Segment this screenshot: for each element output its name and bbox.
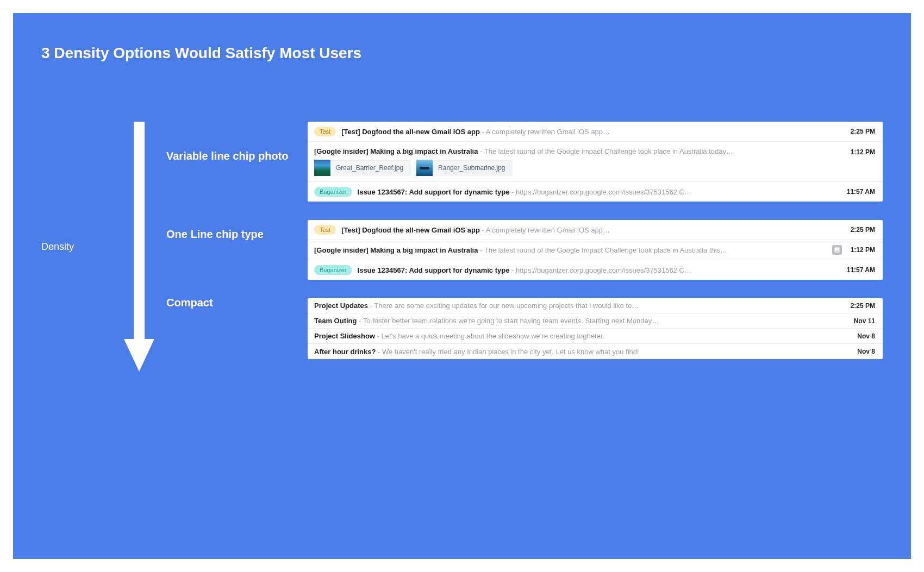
separator: -	[378, 348, 382, 356]
list-item[interactable]: Test [Test] Dogfood the all-new Gmail iO…	[308, 220, 883, 240]
chip-test: Test	[314, 127, 336, 136]
row-text: After hour drinks? - We haven't really t…	[314, 348, 848, 356]
content-area: Density Variable line chip photo One Lin…	[41, 122, 883, 372]
density-axis-label: Density	[41, 241, 74, 253]
list-item[interactable]: Project Updates - There are some excitin…	[308, 298, 883, 313]
chip-buganizer: Buganizer	[314, 187, 352, 197]
subject: Project Updates	[314, 301, 368, 310]
preview: https://buganizer.corp.google.com/issues…	[516, 188, 691, 196]
subject: Issue 1234567: Add support for dynamic t…	[358, 188, 510, 196]
list-oneline: Test [Test] Dogfood the all-new Gmail iO…	[308, 220, 883, 280]
separator: -	[377, 332, 382, 340]
chip-buganizer: Buganizer	[314, 265, 352, 275]
time: Nov 11	[854, 317, 875, 325]
density-arrow-column	[112, 122, 166, 372]
preview: A completely rewritten Gmail iOS app…	[486, 128, 610, 136]
subject: After hour drinks?	[314, 348, 376, 356]
arrow-down-icon	[124, 122, 154, 372]
slide-title: 3 Density Options Would Satisfy Most Use…	[41, 45, 883, 62]
subject: Issue 1234567: Add support for dynamic t…	[358, 266, 510, 274]
list-item[interactable]: After hour drinks? - We haven't really t…	[308, 344, 883, 359]
axis-label-column: Density	[41, 122, 112, 372]
time: 2:25 PM	[851, 302, 875, 310]
list-variable: Test [Test] Dogfood the all-new Gmail iO…	[308, 122, 883, 202]
subject: Team Outing	[314, 317, 357, 325]
list-item[interactable]: [Google insider] Making a big impact in …	[308, 240, 883, 260]
attachments: Great_Barrier_Reef.jpg Ranger_Submarine.…	[314, 160, 842, 176]
subject: Project Slideshow	[314, 332, 375, 340]
preview: We haven't really tried any Indian place…	[382, 348, 639, 356]
list-item[interactable]: Test [Test] Dogfood the all-new Gmail iO…	[308, 122, 883, 142]
preview: The latest round of the Google impact Ch…	[484, 147, 733, 155]
row-text: Project Slideshow - Let's have a quick m…	[314, 332, 848, 340]
slide: 3 Density Options Would Satisfy Most Use…	[13, 13, 911, 559]
separator: -	[359, 317, 363, 325]
label-compact: Compact	[166, 296, 297, 310]
attachment-thumb-icon	[314, 160, 330, 176]
preview: To foster better team relations we're go…	[363, 317, 659, 325]
separator: -	[480, 147, 484, 155]
preview: Let's have a quick meeting about the sli…	[382, 332, 604, 340]
separator: -	[511, 188, 516, 196]
list-item[interactable]: Team Outing - To foster better team rela…	[308, 313, 883, 329]
row-text: [Test] Dogfood the all-new Gmail iOS app…	[341, 226, 841, 234]
list-item[interactable]: Project Slideshow - Let's have a quick m…	[308, 329, 883, 344]
preview: A completely rewritten Gmail iOS app…	[486, 226, 610, 234]
subject: [Test] Dogfood the all-new Gmail iOS app	[341, 128, 480, 136]
row-text: Issue 1234567: Add support for dynamic t…	[358, 188, 838, 196]
time: 2:25 PM	[851, 128, 875, 135]
attachment-thumb-icon	[416, 160, 433, 176]
list-item[interactable]: Buganizer Issue 1234567: Add support for…	[308, 260, 883, 280]
time: 11:57 AM	[847, 266, 875, 274]
section-labels-column: Variable line chip photo One Line chip t…	[166, 122, 308, 372]
row-text: [Google insider] Making a big impact in …	[314, 147, 842, 155]
variable-body: [Google insider] Making a big impact in …	[314, 147, 842, 176]
attachment-name: Great_Barrier_Reef.jpg	[336, 164, 403, 172]
svg-rect-0	[134, 122, 145, 344]
subject: [Google insider] Making a big impact in …	[314, 246, 478, 254]
time: 1:12 PM	[851, 246, 875, 254]
image-attachment-icon	[832, 245, 842, 255]
row-text: Issue 1234567: Add support for dynamic t…	[358, 266, 838, 274]
preview: There are some exciting updates for our …	[374, 301, 639, 310]
label-oneline: One Line chip type	[166, 227, 297, 241]
time: 1:12 PM	[851, 148, 875, 156]
subject: [Google insider] Making a big impact in …	[314, 147, 478, 155]
time: Nov 8	[857, 348, 875, 355]
preview: The latest round of the Google Impact Ch…	[484, 246, 727, 254]
time: Nov 8	[857, 332, 875, 340]
row-text: Team Outing - To foster better team rela…	[314, 317, 845, 325]
attachment-name: Ranger_Submarine.jpg	[438, 164, 505, 172]
separator: -	[482, 226, 486, 234]
subject: [Test] Dogfood the all-new Gmail iOS app	[341, 226, 480, 234]
row-text: Project Updates - There are some excitin…	[314, 301, 842, 310]
list-compact: Project Updates - There are some excitin…	[308, 298, 883, 359]
lists-column: Test [Test] Dogfood the all-new Gmail iO…	[308, 122, 883, 372]
list-item[interactable]: Buganizer Issue 1234567: Add support for…	[308, 182, 883, 202]
label-variable: Variable line chip photo	[166, 149, 297, 163]
row-text: [Test] Dogfood the all-new Gmail iOS app…	[341, 128, 841, 136]
list-item[interactable]: [Google insider] Making a big impact in …	[308, 142, 883, 182]
svg-marker-1	[124, 339, 154, 372]
chip-test: Test	[314, 225, 336, 235]
separator: -	[482, 128, 486, 136]
row-text: [Google insider] Making a big impact in …	[314, 246, 827, 254]
preview: https://buganizer.corp.google.com/issues…	[516, 266, 691, 274]
separator: -	[480, 246, 484, 254]
attachment-chip[interactable]: Ranger_Submarine.jpg	[416, 160, 513, 176]
time: 11:57 AM	[847, 188, 875, 196]
attachment-chip[interactable]: Great_Barrier_Reef.jpg	[314, 160, 411, 176]
time: 2:25 PM	[851, 226, 875, 234]
separator: -	[511, 266, 516, 274]
